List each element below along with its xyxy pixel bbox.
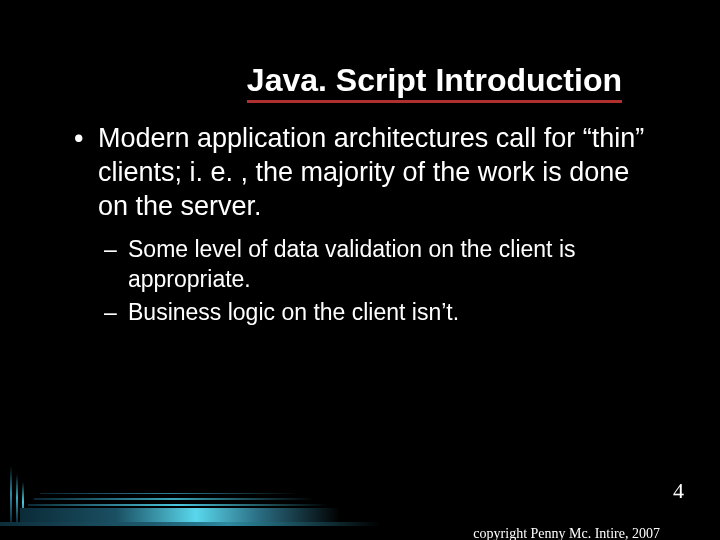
slide-content: Modern application architectures call fo… <box>70 122 650 332</box>
slide-number: 4 <box>673 478 684 504</box>
bullet-level1: Modern application architectures call fo… <box>70 122 650 223</box>
decorative-graphic <box>0 458 380 526</box>
bullet-level2: Some level of data validation on the cli… <box>100 235 650 294</box>
copyright-text: copyright Penny Mc. Intire, 2007 <box>473 527 660 540</box>
title-wrap: Java. Script Introduction <box>0 64 720 103</box>
slide: Java. Script Introduction Modern applica… <box>0 0 720 540</box>
bullet-level2: Business logic on the client isn’t. <box>100 298 650 327</box>
slide-title: Java. Script Introduction <box>247 64 622 103</box>
